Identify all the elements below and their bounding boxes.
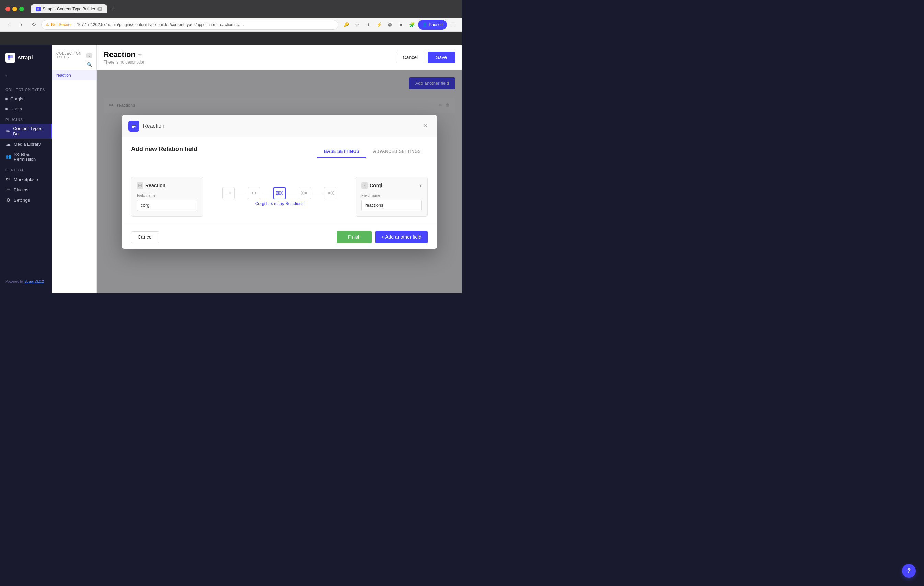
info-icon[interactable]: ℹ <box>363 20 373 30</box>
paused-label: Paused <box>429 22 443 27</box>
sidebar-item-content-types-label: Content-Types Bui <box>13 126 46 136</box>
svg-point-17 <box>302 194 303 195</box>
modal-footer-actions: Finish + Add another field <box>337 231 428 243</box>
sidebar-item-media-library[interactable]: ☁ Media Library <box>0 139 52 149</box>
page-subtitle: There is no description <box>104 60 145 65</box>
key-icon[interactable]: 🔑 <box>341 20 351 30</box>
svg-point-9 <box>276 194 278 195</box>
entity-type-icon <box>137 182 143 189</box>
modal-cancel-button[interactable]: Cancel <box>131 231 159 243</box>
modal-header: Reaction × <box>122 115 437 137</box>
modal-close-button[interactable]: × <box>421 121 431 131</box>
relation-has-many-button[interactable] <box>299 187 311 199</box>
paused-button[interactable]: 👤 Paused <box>418 20 447 30</box>
edit-icon[interactable]: ✏ <box>138 52 142 57</box>
modal-section-title: Add new Relation field <box>131 146 197 153</box>
back-button[interactable]: ‹ <box>4 20 14 30</box>
collection-count-badge: 5 <box>86 53 92 58</box>
secondary-item-reaction-label: reaction <box>56 73 71 78</box>
search-icon[interactable]: 🔍 <box>86 62 92 67</box>
puzzle-icon[interactable]: 🧩 <box>407 20 417 30</box>
svg-line-21 <box>328 193 332 194</box>
entity-type-icon-right <box>361 182 368 189</box>
relation-many-to-many-button[interactable] <box>273 187 285 199</box>
right-entity-box: Corgi ▾ Field name <box>356 177 428 217</box>
left-field-label: Field name <box>137 194 197 197</box>
traffic-lights <box>5 7 24 12</box>
svg-rect-24 <box>363 184 366 187</box>
tab-favicon <box>36 7 41 12</box>
browser-toolbar: ‹ › ↻ ⚠ Not Secure | 167.172.202.57/admi… <box>0 18 462 31</box>
main-inner: Collection Types 5 🔍 reaction Reaction <box>52 45 462 293</box>
general-label: General <box>0 164 52 174</box>
avatar-small: 👤 <box>422 22 427 27</box>
right-field-input[interactable] <box>361 200 422 211</box>
sidebar-item-roles[interactable]: 👥 Roles & Permission <box>0 149 52 164</box>
users-icon: 👥 <box>5 154 11 159</box>
relation-belongs-to-button[interactable] <box>248 187 260 199</box>
sidebar-item-users[interactable]: Users <box>0 104 52 114</box>
more-button[interactable]: ⋮ <box>448 20 458 30</box>
tab-title: Strapi - Content Type Builder <box>43 7 96 12</box>
svg-line-20 <box>328 192 332 193</box>
sidebar: strapi ‹ Collection Types Corgis Users P… <box>0 45 52 293</box>
browser-tab[interactable]: Strapi - Content Type Builder × <box>31 5 107 13</box>
bullet-icon <box>5 98 8 100</box>
tab-close-button[interactable]: × <box>97 7 102 12</box>
relation-belongs-to-many-button[interactable] <box>324 187 337 199</box>
sidebar-item-settings-label: Settings <box>14 197 30 203</box>
modal-title: Reaction <box>143 123 164 129</box>
extensions-icon[interactable]: ⚡ <box>374 20 384 30</box>
strapi-version-link[interactable]: Strapi v3.0.2 <box>25 280 44 283</box>
relation-label-prefix: Corgi <box>256 201 266 206</box>
content-title-area: Reaction ✏ There is no description <box>104 50 145 65</box>
url-text: 167.172.202.57/admin/plugins/content-typ… <box>77 22 244 27</box>
left-field-input[interactable] <box>137 200 197 211</box>
forward-button[interactable]: › <box>16 20 26 30</box>
add-another-button[interactable]: + Add another field <box>375 231 428 243</box>
sidebar-item-plugins[interactable]: ☰ Plugins <box>0 184 52 195</box>
address-separator: | <box>74 22 75 27</box>
sidebar-item-marketplace-label: Marketplace <box>14 177 38 182</box>
svg-rect-2 <box>8 58 10 60</box>
entity-dropdown-icon[interactable]: ▾ <box>419 183 422 188</box>
svg-point-23 <box>332 194 333 195</box>
refresh-button[interactable]: ↻ <box>29 20 38 30</box>
relation-label-link: has many <box>266 201 284 206</box>
collection-types-header: Collection Types <box>56 51 86 59</box>
save-button[interactable]: Save <box>428 51 455 63</box>
address-bar[interactable]: ⚠ Not Secure | 167.172.202.57/admin/plug… <box>41 20 338 30</box>
right-entity-name: Corgi <box>370 183 382 188</box>
svg-point-16 <box>302 191 303 192</box>
relation-selector: Corgi has many Reactions <box>209 187 350 206</box>
relation-one-to-one-button[interactable] <box>223 187 235 199</box>
cancel-button[interactable]: Cancel <box>396 51 424 63</box>
traffic-light-green[interactable] <box>19 7 24 12</box>
sidebar-item-settings[interactable]: ⚙ Settings <box>0 195 52 205</box>
traffic-light-yellow[interactable] <box>12 7 17 12</box>
secondary-item-reaction[interactable]: reaction <box>52 70 96 80</box>
tab-advanced-settings[interactable]: ADVANCED SETTINGS <box>366 146 428 158</box>
header-actions: Cancel Save <box>396 51 455 63</box>
tab-base-settings[interactable]: BASE SETTINGS <box>317 146 366 158</box>
sidebar-item-marketplace[interactable]: 🛍 Marketplace <box>0 174 52 184</box>
sidebar-item-content-types[interactable]: ✏ Content-Types Bui <box>0 124 52 139</box>
svg-point-22 <box>332 191 333 192</box>
traffic-light-red[interactable] <box>5 7 10 12</box>
sidebar-item-corgis[interactable]: Corgis <box>0 94 52 104</box>
profile-icon[interactable]: ● <box>396 20 406 30</box>
sidebar-item-plugins-label: Plugins <box>14 187 28 192</box>
sidebar-collapse-button[interactable]: ‹ <box>5 72 7 78</box>
shopping-icon: 🛍 <box>5 177 11 182</box>
modal-tabs-header: Add new Relation field BASE SETTINGS ADV… <box>131 146 428 166</box>
not-secure-label: Not Secure <box>51 22 72 27</box>
gear-icon: ⚙ <box>5 197 11 203</box>
svg-rect-3 <box>139 184 142 187</box>
arrows-container <box>209 187 350 199</box>
secondary-sidebar: Collection Types 5 🔍 reaction <box>52 45 97 293</box>
powered-by: Powered by Strapi v3.0.2 <box>0 275 52 288</box>
finish-button[interactable]: Finish <box>337 231 371 243</box>
star-icon[interactable]: ☆ <box>352 20 362 30</box>
chrome-icon[interactable]: ◎ <box>385 20 395 30</box>
new-tab-button[interactable]: + <box>111 5 115 13</box>
